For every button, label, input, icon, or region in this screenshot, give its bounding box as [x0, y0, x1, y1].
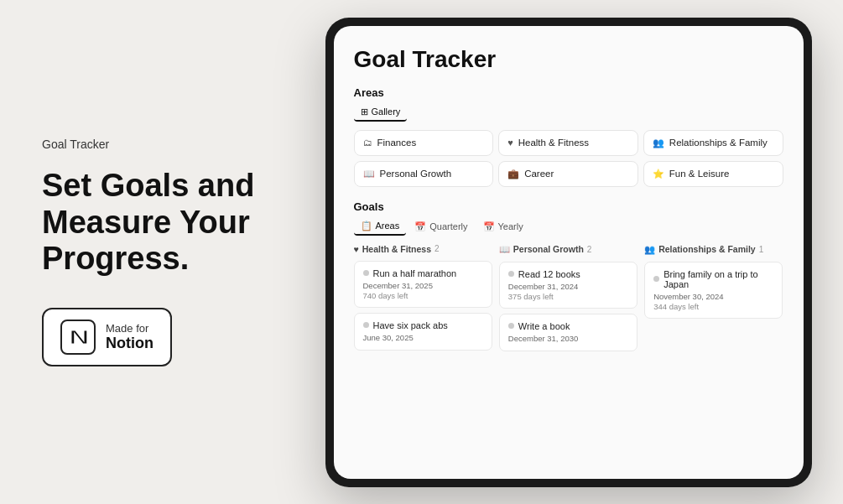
finances-icon: 🗂 [363, 138, 372, 148]
goals-grid: ♥ Health & Fitness 2 Run a half marathon… [354, 244, 783, 351]
notion-made-label: Made for [106, 322, 154, 335]
goal-read-books: Read 12 books December 31, 2024 375 days… [499, 262, 637, 309]
goal-title-books: Read 12 books [508, 269, 628, 279]
gallery-tab[interactable]: ⊞ Gallery [354, 104, 408, 122]
relationships-col-icon: 👥 [644, 244, 655, 255]
health-icon: ♥ [507, 138, 513, 148]
goal-status-dot-4 [508, 323, 514, 329]
fun-label: Fun & Leisure [669, 169, 730, 179]
quarterly-tab[interactable]: 📅 Quarterly [408, 219, 474, 235]
goal-write-book: Write a book December 31, 2030 [499, 314, 637, 351]
goal-run-marathon: Run a half marathon December 31, 2025 74… [354, 261, 492, 308]
area-card-relationships[interactable]: 👥 Relationships & Family [643, 130, 783, 156]
goal-status-dot-3 [508, 271, 514, 277]
goal-days-books: 375 days left [508, 292, 628, 301]
health-col-icon: ♥ [354, 244, 359, 254]
notion-badge: Made for Notion [42, 308, 172, 366]
left-panel: Goal Tracker Set Goals and Measure Your … [0, 0, 310, 504]
tablet-screen: Goal Tracker Areas ⊞ Gallery 🗂 Finances … [334, 26, 804, 479]
goals-heading: Goals [354, 200, 783, 213]
goals-column-relationships: 👥 Relationships & Family 1 Bring family … [644, 244, 783, 351]
relationships-col-header: 👥 Relationships & Family 1 [644, 244, 783, 255]
goal-date-sixpack: June 30, 2025 [363, 333, 483, 342]
personal-col-header: 📖 Personal Growth 2 [499, 244, 637, 255]
goals-view-tabs: 📋 Areas 📅 Quarterly 📅 Yearly [354, 218, 783, 236]
tablet-mockup: Goal Tracker Areas ⊞ Gallery 🗂 Finances … [325, 18, 812, 487]
page-title: Goal Tracker [354, 46, 783, 73]
personal-col-icon: 📖 [499, 244, 510, 255]
health-col-header: ♥ Health & Fitness 2 [354, 244, 492, 254]
area-card-career[interactable]: 💼 Career [498, 161, 638, 187]
relationships-label: Relationships & Family [669, 138, 768, 148]
headline: Set Goals and Measure Your Progress. [42, 168, 268, 278]
quarterly-tab-icon: 📅 [414, 221, 426, 232]
notion-name-label: Notion [106, 335, 154, 352]
area-card-health[interactable]: ♥ Health & Fitness [498, 130, 638, 156]
goal-date-japan: November 30, 2024 [653, 292, 773, 301]
goal-days-run: 740 days left [363, 291, 483, 300]
goal-date-books: December 31, 2024 [508, 282, 628, 291]
notion-n-icon [67, 326, 89, 348]
app-title-left: Goal Tracker [42, 138, 268, 151]
gallery-icon: ⊞ [361, 107, 368, 117]
personal-growth-label: Personal Growth [380, 169, 452, 179]
area-card-finances[interactable]: 🗂 Finances [354, 130, 494, 156]
areas-view-tabs: ⊞ Gallery [354, 104, 783, 122]
areas-tab-icon: 📋 [361, 221, 372, 231]
finances-label: Finances [377, 138, 417, 148]
relationships-icon: 👥 [653, 138, 664, 148]
career-icon: 💼 [507, 169, 519, 179]
goals-column-health: ♥ Health & Fitness 2 Run a half marathon… [354, 244, 492, 351]
goal-date-run: December 31, 2025 [363, 281, 483, 290]
yearly-tab[interactable]: 📅 Yearly [476, 219, 530, 235]
fun-icon: ⭐ [653, 169, 664, 179]
goal-status-dot-5 [653, 276, 659, 282]
goal-six-pack: Have six pack abs June 30, 2025 [354, 313, 492, 351]
goal-days-japan: 344 days left [653, 302, 773, 311]
goal-japan-trip: Bring family on a trip to Japan November… [644, 262, 783, 319]
right-panel: Goal Tracker Areas ⊞ Gallery 🗂 Finances … [310, 0, 843, 504]
notion-icon-box [60, 320, 96, 355]
goal-status-dot [363, 270, 369, 276]
personal-growth-icon: 📖 [363, 169, 375, 179]
goal-title-writebook: Write a book [508, 321, 628, 331]
goal-title-japan: Bring family on a trip to Japan [653, 269, 773, 289]
yearly-tab-icon: 📅 [483, 221, 495, 232]
area-card-personal-growth[interactable]: 📖 Personal Growth [354, 161, 494, 187]
areas-goals-tab[interactable]: 📋 Areas [354, 218, 407, 236]
goal-date-writebook: December 31, 2030 [508, 334, 628, 343]
area-card-fun[interactable]: ⭐ Fun & Leisure [643, 161, 783, 187]
goals-column-personal: 📖 Personal Growth 2 Read 12 books Decemb… [499, 244, 637, 351]
career-label: Career [524, 169, 554, 179]
goal-title-run: Run a half marathon [363, 268, 483, 278]
areas-heading: Areas [354, 86, 783, 99]
health-label: Health & Fitness [518, 138, 589, 148]
goal-title-sixpack: Have six pack abs [363, 320, 483, 330]
goal-status-dot-2 [363, 322, 369, 328]
notion-text: Made for Notion [106, 322, 154, 352]
areas-grid: 🗂 Finances ♥ Health & Fitness 👥 Relation… [354, 130, 783, 187]
